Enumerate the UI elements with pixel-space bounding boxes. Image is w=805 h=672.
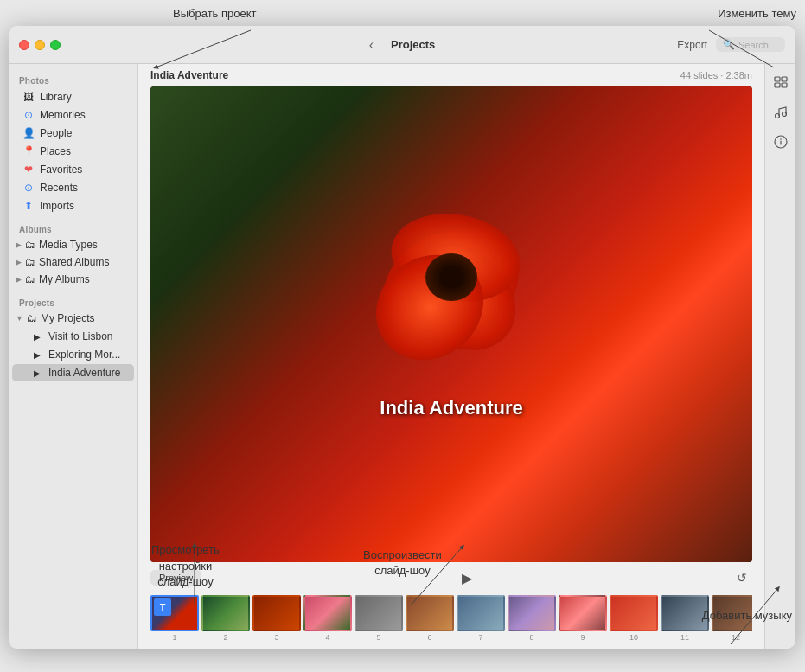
visit-lisbon-icon: ▶ — [31, 330, 43, 342]
places-icon: 📍 — [22, 145, 35, 157]
slide-image-1: T — [150, 595, 199, 631]
slide-thumb-5[interactable]: 5 — [355, 595, 403, 642]
slide-num-1: 1 — [172, 633, 176, 642]
slide-num-7: 7 — [478, 633, 482, 642]
media-types-icon: 🗂 — [25, 239, 35, 251]
imports-icon: ⬆ — [22, 200, 35, 212]
loop-button[interactable]: ↺ — [732, 567, 752, 588]
photos-section-label: Photos — [9, 71, 137, 87]
people-icon: 👤 — [22, 127, 35, 139]
title-overlay-indicator: T — [154, 598, 171, 616]
close-button[interactable] — [19, 40, 29, 50]
project-header: India Adventure 44 slides · 2:38m — [138, 64, 764, 86]
svg-rect-2 — [775, 83, 780, 87]
sidebar-item-media-types[interactable]: ▶ 🗂 Media Types — [9, 236, 137, 253]
titlebar-right: Export 🔍 Search — [677, 37, 785, 52]
slide-image-6 — [406, 595, 454, 631]
panel-btn-layout[interactable] — [769, 71, 793, 95]
slide-thumb-12[interactable]: 12 — [712, 595, 752, 642]
slide-thumb-2[interactable]: 2 — [201, 595, 250, 642]
poppy-flower — [365, 206, 538, 396]
slide-num-2: 2 — [223, 633, 227, 642]
bottom-controls: Preview ▶ ↺ T 1 2 — [138, 562, 764, 649]
back-button[interactable]: ‹ — [369, 37, 374, 53]
search-box[interactable]: 🔍 Search — [716, 37, 785, 52]
main-window: ‹ Projects Export 🔍 Search Photos 🖼 Libr… — [9, 26, 795, 649]
svg-rect-1 — [782, 77, 787, 81]
sidebar-item-exploring[interactable]: ▶ Exploring Mor... — [12, 346, 134, 363]
slide-num-10: 10 — [629, 633, 638, 642]
slide-num-5: 5 — [376, 633, 380, 642]
svg-point-8 — [780, 138, 782, 140]
chevron-icon-4: ▼ — [16, 314, 23, 323]
slide-image-3 — [252, 595, 301, 631]
sidebar-item-imports[interactable]: ⬆ Imports — [12, 197, 134, 214]
slide-image-8 — [508, 595, 556, 631]
maximize-button[interactable] — [50, 40, 61, 50]
slide-num-3: 3 — [274, 633, 278, 642]
india-adventure-icon: ▶ — [31, 367, 43, 379]
slide-num-12: 12 — [732, 633, 740, 642]
main-content: Photos 🖼 Library ⊙ Memories 👤 People 📍 P… — [9, 64, 795, 649]
window-title: Projects — [391, 38, 435, 51]
chevron-icon: ▶ — [16, 240, 22, 249]
sidebar-item-favorites[interactable]: ❤ Favorites — [12, 161, 134, 178]
slide-image-7 — [457, 595, 505, 631]
slide-image-11 — [661, 595, 709, 631]
slide-thumb-3[interactable]: 3 — [252, 595, 301, 642]
slide-image-2 — [201, 595, 250, 631]
panel-btn-info[interactable] — [769, 130, 793, 154]
minimize-button[interactable] — [35, 40, 45, 50]
slide-thumb-7[interactable]: 7 — [457, 595, 505, 642]
sidebar-item-india-adventure[interactable]: ▶ India Adventure — [12, 364, 134, 381]
slide-image-10 — [610, 595, 658, 631]
sidebar-item-my-projects[interactable]: ▼ 🗂 My Projects — [9, 310, 137, 327]
titlebar-center: ‹ Projects — [369, 37, 436, 53]
traffic-lights — [19, 40, 61, 50]
slide-image-4 — [303, 595, 352, 631]
sidebar-item-visit-lisbon[interactable]: ▶ Visit to Lisbon — [12, 328, 134, 345]
export-button[interactable]: Export — [677, 39, 707, 51]
controls-row: Preview ▶ ↺ — [150, 567, 752, 588]
sidebar-item-places[interactable]: 📍 Places — [12, 143, 134, 160]
preview-button[interactable]: Preview — [150, 570, 201, 586]
annotation-select-project: Выбрать проект — [173, 7, 257, 20]
slide-num-8: 8 — [529, 633, 533, 642]
my-albums-icon: 🗂 — [25, 273, 35, 285]
panel-btn-music[interactable] — [769, 100, 793, 125]
play-button[interactable]: ▶ — [457, 567, 477, 588]
sidebar-item-library[interactable]: 🖼 Library — [12, 88, 134, 106]
recents-icon: ⊙ — [22, 182, 35, 194]
flower-center — [425, 253, 477, 301]
sidebar-item-people[interactable]: 👤 People — [12, 125, 134, 142]
slideshow-preview: India Adventure — [150, 86, 752, 562]
slide-thumb-10[interactable]: 10 — [610, 595, 658, 642]
slide-thumb-1[interactable]: T 1 — [150, 595, 199, 642]
sidebar: Photos 🖼 Library ⊙ Memories 👤 People 📍 P… — [9, 64, 138, 649]
sidebar-item-recents[interactable]: ⊙ Recents — [12, 179, 134, 196]
slide-image-9 — [559, 595, 607, 631]
slide-num-11: 11 — [680, 633, 689, 642]
albums-section-label: Albums — [9, 220, 137, 236]
slide-thumb-11[interactable]: 11 — [661, 595, 709, 642]
slides-info: 44 slides · 2:38m — [680, 70, 752, 80]
svg-rect-3 — [782, 83, 787, 87]
slideshow-image — [150, 86, 752, 562]
sidebar-item-my-albums[interactable]: ▶ 🗂 My Albums — [9, 271, 137, 288]
sidebar-item-shared-albums[interactable]: ▶ 🗂 Shared Albums — [9, 253, 137, 271]
slide-thumb-8[interactable]: 8 — [508, 595, 556, 642]
chevron-icon-3: ▶ — [16, 275, 22, 284]
favorites-icon: ❤ — [22, 163, 35, 176]
library-icon: 🖼 — [22, 91, 35, 103]
slide-num-9: 9 — [580, 633, 585, 642]
sidebar-item-memories[interactable]: ⊙ Memories — [12, 106, 134, 124]
annotation-change-theme: Изменить тему — [718, 7, 796, 20]
memories-icon: ⊙ — [22, 109, 35, 121]
right-panel — [764, 64, 795, 649]
my-projects-icon: 🗂 — [27, 312, 37, 324]
slide-thumb-6[interactable]: 6 — [406, 595, 454, 642]
slide-thumb-4[interactable]: 4 — [303, 595, 352, 642]
svg-rect-0 — [775, 77, 780, 81]
slide-thumb-9[interactable]: 9 — [559, 595, 607, 642]
chevron-icon-2: ▶ — [16, 258, 22, 266]
